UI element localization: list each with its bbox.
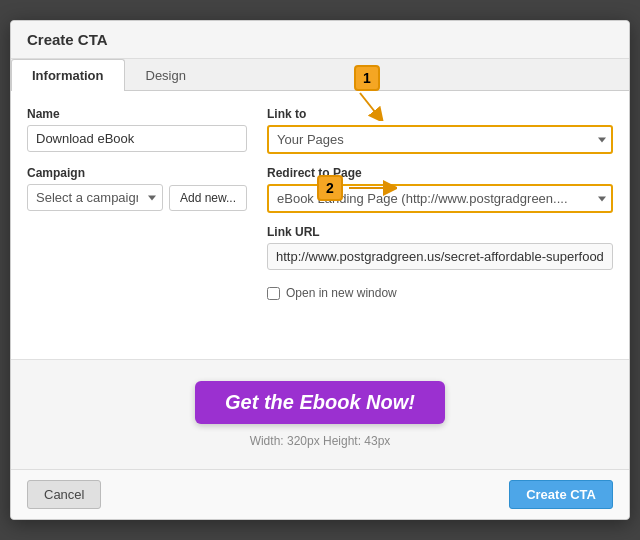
modal-footer: Cancel Create CTA [11,469,629,519]
link-to-label: Link to [267,107,613,121]
link-to-field-group: Link to Your Pages [267,107,613,154]
tab-design[interactable]: Design [125,59,207,91]
name-field-group: Name [27,107,247,152]
campaign-row: Select a campaign Add new... [27,184,247,211]
campaign-select-wrapper: Select a campaign [27,184,163,211]
left-column: Name Campaign Select a campaign [27,107,247,343]
open-new-window-row: Open in new window [267,286,613,300]
redirect-field-group: Redirect to Page eBook Landing Page (htt… [267,166,613,213]
right-column: 1 Link to [267,107,613,343]
link-url-label: Link URL [267,225,613,239]
name-label: Name [27,107,247,121]
cancel-button[interactable]: Cancel [27,480,101,509]
preview-dimensions: Width: 320px Height: 43px [250,434,391,448]
link-url-input[interactable] [267,243,613,270]
link-to-wrapper: Your Pages [267,125,613,154]
campaign-label: Campaign [27,166,247,180]
redirect-label: Redirect to Page [267,166,613,180]
name-input[interactable] [27,125,247,152]
modal-header: Create CTA [11,21,629,59]
create-cta-button[interactable]: Create CTA [509,480,613,509]
redirect-select[interactable]: eBook Landing Page (http://www.postgradg… [267,184,613,213]
tab-information[interactable]: Information [11,59,125,91]
preview-section: Get the Ebook Now! Width: 320px Height: … [11,359,629,469]
redirect-select-wrapper: eBook Landing Page (http://www.postgradg… [267,184,613,213]
link-url-field-group: Link URL [267,225,613,270]
modal: Create CTA Information Design Name [10,20,630,520]
campaign-field-group: Campaign Select a campaign Add new... [27,166,247,211]
modal-title: Create CTA [27,31,108,48]
open-new-window-checkbox[interactable] [267,287,280,300]
modal-tabs: Information Design [11,59,629,91]
cta-preview-button[interactable]: Get the Ebook Now! [195,381,445,424]
open-new-window-label: Open in new window [286,286,397,300]
link-to-select[interactable]: Your Pages [267,125,613,154]
modal-body: Name Campaign Select a campaign [11,91,629,359]
campaign-select[interactable]: Select a campaign [27,184,163,211]
modal-overlay: Create CTA Information Design Name [0,0,640,540]
add-new-button[interactable]: Add new... [169,185,247,211]
